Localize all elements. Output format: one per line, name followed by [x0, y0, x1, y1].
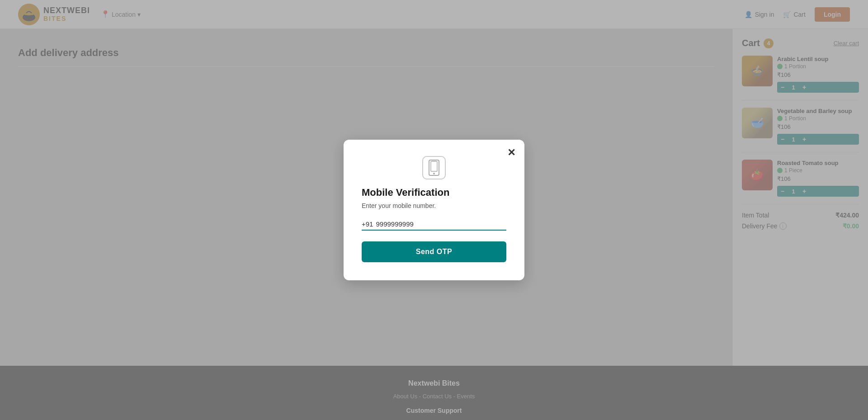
- phone-icon-wrap: [422, 156, 446, 179]
- send-otp-button[interactable]: Send OTP: [362, 241, 506, 262]
- modal-icon-area: [362, 156, 506, 179]
- phone-input-row: +91: [362, 220, 506, 231]
- modal-title: Mobile Verification: [362, 187, 506, 198]
- phone-number-input[interactable]: [376, 220, 506, 228]
- modal-subtitle: Enter your mobile number.: [362, 202, 506, 209]
- modal-overlay: ✕ Mobile Verification Enter your mobile …: [0, 0, 868, 420]
- phone-prefix: +91: [362, 220, 373, 228]
- svg-rect-3: [431, 161, 437, 171]
- close-button[interactable]: ✕: [507, 147, 515, 159]
- svg-point-4: [433, 173, 435, 175]
- mobile-verification-modal: ✕ Mobile Verification Enter your mobile …: [344, 140, 524, 280]
- phone-icon: [428, 160, 440, 176]
